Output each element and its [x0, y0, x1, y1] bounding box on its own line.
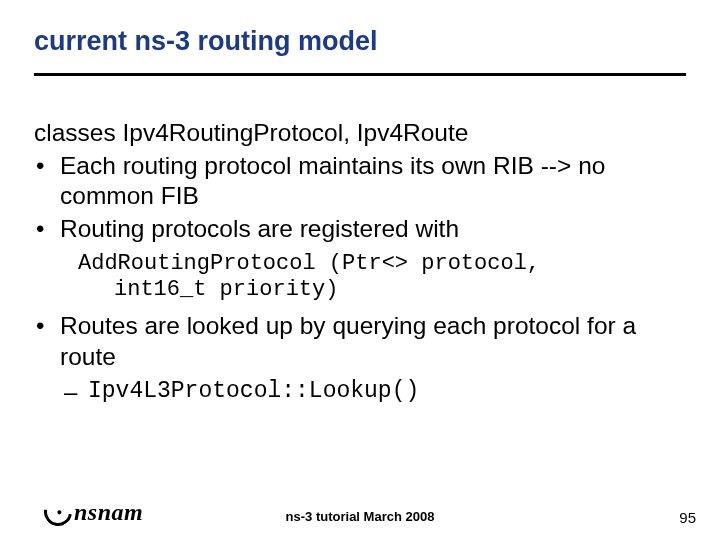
bullet-item-2: Routing protocols are registered with — [34, 214, 686, 245]
bullet-list-2: Routes are looked up by querying each pr… — [34, 311, 686, 372]
logo-text: nsnam — [74, 499, 143, 526]
bullet-list: Each routing protocol maintains its own … — [34, 151, 686, 245]
slide-content: classes Ipv4RoutingProtocol, Ipv4Route E… — [34, 76, 686, 405]
logo-arc-icon — [39, 493, 78, 532]
page-number: 95 — [679, 509, 696, 526]
bullet-item-1: Each routing protocol maintains its own … — [34, 151, 686, 212]
nsnam-logo: nsnam — [44, 498, 143, 526]
sub-item-code: Ipv4L3Protocol::Lookup() — [34, 377, 686, 406]
classes-line: classes Ipv4RoutingProtocol, Ipv4Route — [34, 118, 686, 149]
slide-footer: nsnam 95 — [0, 498, 720, 526]
slide: current ns-3 routing model classes Ipv4R… — [0, 0, 720, 540]
slide-title: current ns-3 routing model — [34, 26, 686, 69]
code-line-1: AddRoutingProtocol (Ptr<> protocol, — [78, 251, 686, 277]
code-line-2: int16_t priority) — [78, 277, 686, 303]
code-block: AddRoutingProtocol (Ptr<> protocol, int1… — [34, 251, 686, 304]
bullet-item-3: Routes are looked up by querying each pr… — [34, 311, 686, 372]
